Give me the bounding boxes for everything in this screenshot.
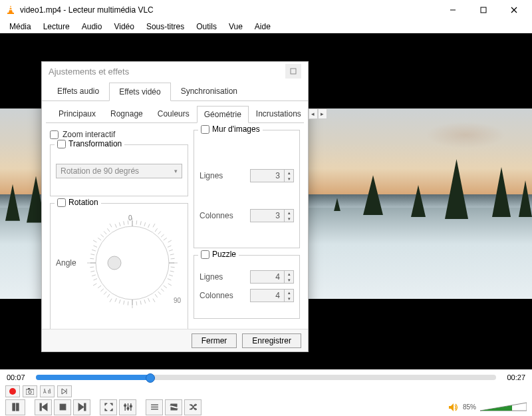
rotation-checkbox[interactable] <box>57 198 66 207</box>
main-tabs: Effets audio Effets vidéo Synchronisatio… <box>42 82 308 101</box>
angle-dial[interactable]: 0 90 <box>82 213 182 313</box>
tab-geometrie[interactable]: Géométrie <box>197 106 249 123</box>
svg-line-34 <box>164 286 167 288</box>
svg-line-52 <box>98 286 101 288</box>
svg-line-48 <box>110 299 112 302</box>
record-button[interactable] <box>5 385 20 397</box>
svg-line-24 <box>168 246 171 247</box>
svg-line-46 <box>119 300 120 304</box>
svg-line-25 <box>169 250 173 251</box>
mur-images-checkbox[interactable] <box>201 125 209 134</box>
svg-line-63 <box>93 240 96 242</box>
extended-settings-button[interactable] <box>119 399 136 415</box>
svg-point-75 <box>29 391 31 393</box>
svg-line-66 <box>104 231 106 234</box>
window-titlebar: video1.mp4 - Lecteur multimédia VLC <box>0 0 532 20</box>
loop-button[interactable] <box>165 399 182 415</box>
puzzle-lignes-spin[interactable]: 4▴▾ <box>250 270 294 284</box>
puzzle-group: Puzzle Lignes 4▴▾ Colonnes 4▴▾ <box>194 255 300 319</box>
pause-button[interactable] <box>5 399 25 415</box>
svg-point-89 <box>127 407 129 409</box>
svg-line-53 <box>93 284 96 286</box>
mur-lignes-spin[interactable]: 3▴▾ <box>250 169 294 182</box>
menu-video[interactable]: Vidéo <box>108 21 139 33</box>
time-total[interactable]: 00:27 <box>501 373 525 381</box>
menu-sous-titres[interactable]: Sous-titres <box>141 21 190 33</box>
loop-ab-button[interactable]: AB <box>40 385 55 397</box>
svg-text:B: B <box>48 389 51 394</box>
dialog-title: Ajustements et effets <box>49 67 129 77</box>
svg-line-16 <box>144 222 146 226</box>
minimize-button[interactable] <box>438 0 468 20</box>
svg-line-44 <box>128 302 128 306</box>
svg-line-60 <box>90 254 94 255</box>
tab-incrustations[interactable]: Incrustations <box>249 105 309 122</box>
time-current[interactable]: 00:07 <box>7 373 31 381</box>
svg-line-14 <box>136 220 137 224</box>
svg-line-57 <box>90 267 94 268</box>
svg-line-55 <box>92 275 96 276</box>
svg-rect-74 <box>26 389 34 395</box>
svg-line-70 <box>119 222 120 226</box>
svg-line-61 <box>92 250 96 251</box>
svg-line-15 <box>140 221 141 225</box>
close-button[interactable] <box>499 0 529 20</box>
volume-slider[interactable] <box>480 401 527 413</box>
menu-aide[interactable]: Aide <box>249 21 276 33</box>
stop-button[interactable] <box>54 399 71 415</box>
svg-line-40 <box>144 300 146 304</box>
menu-lecture[interactable]: Lecture <box>38 21 75 33</box>
svg-line-42 <box>136 302 137 306</box>
shuffle-button[interactable] <box>184 399 201 415</box>
tab-effets-video[interactable]: Effets vidéo <box>109 83 170 101</box>
svg-rect-81 <box>16 403 19 411</box>
seek-bar[interactable] <box>36 375 496 380</box>
mur-lignes-label: Lignes <box>200 171 223 180</box>
transformation-combo[interactable]: Rotation de 90 degrés <box>56 164 182 178</box>
menu-vue[interactable]: Vue <box>223 21 248 33</box>
menu-outils[interactable]: Outils <box>191 21 222 33</box>
svg-line-51 <box>100 289 103 292</box>
tab-rognage[interactable]: Rognage <box>103 105 150 122</box>
svg-line-39 <box>148 298 150 302</box>
fermer-button[interactable]: Fermer <box>192 333 237 348</box>
svg-line-21 <box>161 234 164 237</box>
mur-colonnes-spin[interactable]: 3▴▾ <box>250 209 294 222</box>
tab-principaux[interactable]: Principaux <box>51 105 103 122</box>
svg-rect-7 <box>291 69 296 74</box>
vlc-cone-icon <box>5 5 16 15</box>
svg-line-50 <box>104 292 106 294</box>
subtab-next[interactable]: ▸ <box>318 108 327 119</box>
svg-line-20 <box>158 231 161 234</box>
tab-couleurs[interactable]: Couleurs <box>150 105 197 122</box>
svg-line-35 <box>161 289 164 292</box>
video-area[interactable]: Ajustements et effets Effets audio Effet… <box>0 33 532 369</box>
dialog-maximize-button[interactable] <box>285 64 301 79</box>
menu-audio[interactable]: Audio <box>76 21 108 33</box>
puzzle-colonnes-spin[interactable]: 4▴▾ <box>250 289 294 302</box>
menu-media[interactable]: Média <box>4 21 37 33</box>
subtab-prev[interactable]: ◂ <box>309 108 318 119</box>
svg-line-32 <box>168 279 171 280</box>
svg-line-47 <box>115 298 116 302</box>
svg-point-90 <box>130 405 132 407</box>
maximize-button[interactable] <box>468 0 499 20</box>
transformation-checkbox[interactable] <box>57 140 66 148</box>
speaker-icon[interactable] <box>448 403 459 412</box>
control-toolbar: 85% <box>0 398 532 416</box>
menubar: Média Lecture Audio Vidéo Sous-titres Ou… <box>0 20 532 33</box>
next-button[interactable] <box>73 399 90 415</box>
snapshot-button[interactable] <box>23 385 37 397</box>
puzzle-checkbox[interactable] <box>201 250 209 259</box>
svg-line-56 <box>90 271 94 272</box>
enregistrer-button[interactable]: Enregistrer <box>242 333 301 348</box>
fullscreen-button[interactable] <box>100 399 117 415</box>
playlist-button[interactable] <box>146 399 163 415</box>
svg-line-41 <box>140 301 141 305</box>
prev-button[interactable] <box>35 399 52 415</box>
window-title: video1.mp4 - Lecteur multimédia VLC <box>20 5 438 15</box>
puzzle-colonnes-label: Colonnes <box>200 291 233 300</box>
tab-effets-audio[interactable]: Effets audio <box>47 82 109 101</box>
tab-synchronisation[interactable]: Synchronisation <box>171 82 247 101</box>
frame-step-button[interactable] <box>57 385 72 397</box>
